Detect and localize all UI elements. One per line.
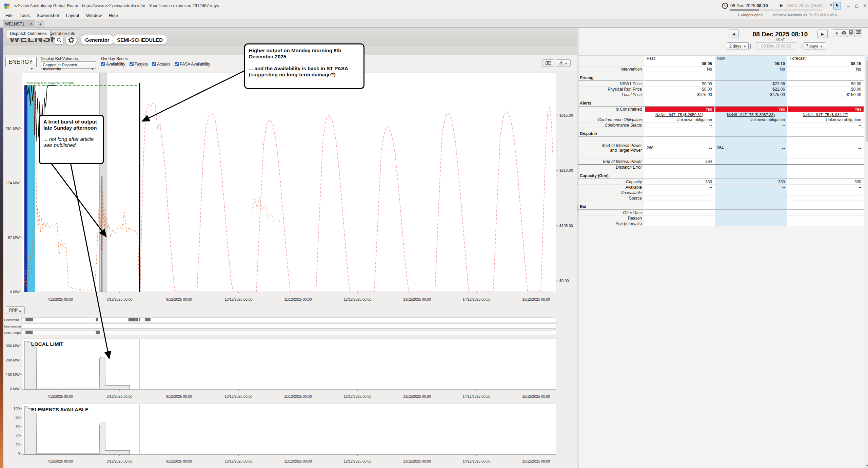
cell-value: -- xyxy=(715,185,788,190)
cell-value: -- xyxy=(788,137,864,159)
close-button[interactable]: ✕ xyxy=(861,2,868,10)
cell-value: $22.06 xyxy=(715,81,788,87)
minimize-button[interactable] xyxy=(844,2,852,10)
table-row: Is ConstrainedYesYesYes xyxy=(578,107,864,112)
table-section-row: Dispatch xyxy=(578,130,864,137)
table-row: Start of Interval Powerand Target Power2… xyxy=(578,137,864,159)
chevron-down-icon[interactable]: ▼ xyxy=(829,3,833,7)
range-end-arrow: →| xyxy=(797,44,802,49)
checkbox-availability-label: Availability xyxy=(106,62,125,67)
chevron-down-icon: ▼ xyxy=(565,62,567,65)
cell xyxy=(715,99,788,107)
row-label: Unavailable xyxy=(578,190,645,195)
cell-value xyxy=(715,221,788,226)
constraint-link[interactable]: N>NIL_94T_75 ($-3087.33) xyxy=(715,112,788,117)
cell-value xyxy=(645,165,715,170)
cell-value: -- xyxy=(645,123,715,128)
question-icon: ? xyxy=(848,30,854,35)
as-at-caption: AS AT xyxy=(748,38,812,42)
close-tab-icon[interactable]: ✕ xyxy=(30,22,33,26)
pointer-mode-button[interactable] xyxy=(833,2,841,10)
cell-value: -$150.40 xyxy=(788,92,864,97)
chart-snapshot-button[interactable] xyxy=(542,59,554,67)
alert-cell: Yes xyxy=(645,107,715,112)
cell-value: No xyxy=(715,67,788,72)
table-row: Physical Run Price$0.00$22.06$0.00 xyxy=(578,87,864,92)
table-scrollbar[interactable]: ▲ ▼ xyxy=(865,55,868,468)
cell-value xyxy=(715,195,788,201)
row-label: Available xyxy=(578,185,645,190)
fwd-range-select[interactable]: 7 days▼ xyxy=(804,42,825,50)
scroll-up-icon[interactable]: ▲ xyxy=(865,55,868,60)
cell-value: No xyxy=(645,67,715,72)
back-range-select[interactable]: 2 days▼ xyxy=(727,42,749,50)
bid-volumes-label: Display Bid Volumes: xyxy=(41,56,79,61)
table-row: Reason xyxy=(578,216,864,221)
widgets-open-status: 1 widgets open xyxy=(737,13,763,17)
checkbox-pasa[interactable]: PASA Availability xyxy=(175,62,210,67)
scrollbar-thumb[interactable] xyxy=(866,60,868,142)
checkbox-actuals[interactable]: Actuals xyxy=(152,62,170,67)
cell xyxy=(645,172,715,179)
row-label: Reason xyxy=(578,216,645,221)
clock-date-text: 08 Dec 2025 xyxy=(730,3,755,8)
interval-progress-bar xyxy=(730,9,822,11)
cell-value xyxy=(788,195,864,201)
tab-welnsf1[interactable]: WELNSF1✕ xyxy=(3,20,35,28)
cell-value: 268-- xyxy=(645,137,715,159)
menu-file[interactable]: File xyxy=(5,13,13,18)
scroll-down-icon[interactable]: ▼ xyxy=(865,464,868,468)
cell-value xyxy=(715,159,788,165)
annotation-text: ... not long after article was published… xyxy=(43,136,99,149)
title-bar: ez2view Australia by Global-Roam - https… xyxy=(0,0,868,12)
metric-select-value: ENERGY xyxy=(8,59,33,65)
cell-value xyxy=(715,216,788,221)
constraint-link[interactable]: N>NIL_94T_75 ($-934.17) xyxy=(788,112,864,117)
restore-button[interactable] xyxy=(853,2,861,10)
cell xyxy=(645,74,715,81)
row-label: Physical Run Price xyxy=(578,87,645,92)
chart-download-button[interactable]: ▼ xyxy=(556,59,571,67)
menu-screenshot[interactable]: Screenshot xyxy=(37,13,59,18)
menu-layout[interactable]: Layout xyxy=(66,13,79,18)
metric-select[interactable]: ENERGY▼ xyxy=(5,57,37,67)
feedback-button[interactable] xyxy=(854,29,862,37)
rrp-collapse-button[interactable]: RRP ▲ xyxy=(6,306,25,314)
next-interval-button[interactable]: ▶ xyxy=(817,30,828,38)
menu-tools[interactable]: Tools xyxy=(19,13,29,18)
menu-window[interactable]: Window xyxy=(86,13,102,18)
annotation-text: A brief burst of output late Sunday afte… xyxy=(43,119,99,131)
play-icon[interactable]: ▶ xyxy=(780,3,783,8)
table-section-row: Bid xyxy=(578,203,864,210)
as-at-value-field[interactable]: 08 Dec 25 08:10 xyxy=(756,42,796,50)
camera-icon xyxy=(842,31,846,35)
table-row: 08:0508:1008:15 xyxy=(578,61,864,67)
menu-help[interactable]: Help xyxy=(109,13,118,18)
cell xyxy=(788,203,864,210)
row-label: Start of Interval Powerand Target Power xyxy=(578,137,645,159)
as-at-datetime-link[interactable]: 08 Dec 2025 08:10 xyxy=(748,31,812,38)
annotation-text: Higher output on Monday morning 8th Dece… xyxy=(249,48,360,60)
table-row: Dispatch Error xyxy=(578,165,864,170)
checkbox-targets[interactable]: Targets xyxy=(130,62,148,67)
table-row: InterventionNoNoNo xyxy=(578,67,864,72)
cell-value: 08:05 xyxy=(645,61,715,67)
cell-value: $22.06 xyxy=(715,87,788,92)
cell xyxy=(788,130,864,137)
table-row: NSW1 Price$0.00$22.06$0.00 xyxy=(578,81,864,87)
row-label: Intervention xyxy=(578,67,645,72)
row-label: NSW1 Price xyxy=(578,81,645,87)
new-tab-button[interactable]: + xyxy=(37,21,44,28)
cell xyxy=(715,172,788,179)
cell-value: -- xyxy=(788,210,864,216)
bid-volumes-select[interactable]: Capped at Dispatch Availability▼ xyxy=(41,61,96,69)
row-label: Is Constrained xyxy=(578,107,645,112)
alert-cell: Yes xyxy=(715,107,788,112)
section-label: Capacity (Gen) xyxy=(578,172,645,179)
table-row: Offer Date------ xyxy=(578,210,864,216)
tab-dispatch-outcomes[interactable]: Dispatch Outcomes xyxy=(6,30,51,38)
wall-clock[interactable]: 08 Dec 2025 08:10 xyxy=(730,3,768,8)
checkbox-availability[interactable]: Availability xyxy=(101,62,125,67)
prev-interval-button[interactable]: ◀ xyxy=(729,30,739,38)
constraint-link[interactable]: N>NIL_94T_75 ($-2950.31) xyxy=(645,112,715,117)
